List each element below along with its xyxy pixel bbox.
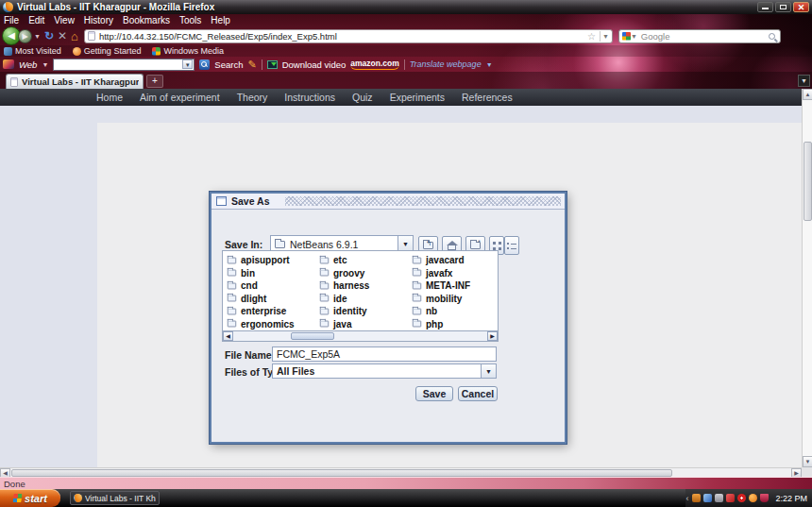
network-monitors-icon[interactable] — [703, 494, 712, 502]
save-button[interactable]: Save — [415, 386, 453, 401]
search-magnifier-icon[interactable] — [769, 33, 775, 40]
bookmark-getting-started[interactable]: Getting Started — [73, 46, 142, 56]
folder-icon — [413, 282, 421, 289]
toolbar-search-input[interactable]: ▼ — [53, 59, 195, 71]
engine-dropdown-icon[interactable]: ▼ — [631, 33, 637, 40]
details-view-button[interactable] — [504, 236, 519, 255]
nav-references[interactable]: References — [462, 92, 513, 103]
red-marker-icon[interactable] — [726, 494, 735, 502]
forward-button[interactable]: ▶ — [18, 29, 32, 43]
menu-history[interactable]: History — [84, 15, 113, 25]
toolbar-logo-label[interactable]: Web — [19, 59, 37, 70]
bookmark-windows-media[interactable]: Windows Media — [152, 46, 224, 56]
folder-list-scrollbar[interactable]: ◀ ▶ — [223, 330, 498, 341]
nav-theory[interactable]: Theory — [237, 92, 268, 103]
search-bar[interactable]: ▼ Google — [618, 29, 781, 43]
toolbar-search-label[interactable]: Search — [214, 59, 243, 70]
menu-file[interactable]: File — [4, 15, 19, 25]
list-scroll-left-icon[interactable]: ◀ — [223, 331, 233, 341]
folder-item[interactable]: enterprise — [227, 305, 319, 318]
folder-icon — [228, 296, 236, 302]
reload-icon[interactable]: ↻ — [44, 29, 54, 42]
horizontal-scrollbar[interactable]: ◀ ▶ — [0, 467, 802, 477]
folder-item[interactable]: dlight — [227, 293, 319, 306]
vertical-scroll-thumb[interactable] — [804, 142, 812, 221]
menu-bookmarks[interactable]: Bookmarks — [123, 15, 170, 25]
dialog-title-bar[interactable]: Save As — [211, 194, 565, 210]
folder-item[interactable]: identity — [319, 305, 412, 318]
taskbar-task-firefox[interactable]: Virtual Labs - IIT Khar... — [70, 491, 160, 505]
google-icon — [622, 32, 631, 41]
folder-item[interactable]: bin — [227, 267, 319, 280]
restore-button[interactable] — [775, 2, 791, 12]
nav-experiments[interactable]: Experiments — [390, 92, 445, 103]
red-badge-icon[interactable] — [737, 494, 746, 502]
folder-item[interactable]: groovy — [319, 267, 412, 280]
stop-icon[interactable]: ✕ — [58, 29, 67, 42]
chevron-left-icon[interactable]: ‹ — [685, 494, 688, 503]
bookmark-star-icon[interactable]: ☆ — [587, 31, 596, 42]
menu-tools[interactable]: Tools — [179, 15, 201, 25]
folder-item[interactable]: etc — [319, 254, 412, 267]
gray-app-icon[interactable] — [715, 494, 723, 502]
folder-item[interactable]: php — [412, 318, 495, 331]
start-button[interactable]: start — [0, 489, 60, 507]
navigation-toolbar: ◀ ▶ ▼ ↻ ✕ ⌂ http://10.44.32.150/FCMC_Rel… — [0, 26, 812, 45]
search-engine-label[interactable]: Google — [641, 31, 769, 42]
toolbar-search-icon[interactable] — [199, 59, 210, 70]
combo-dropdown-icon[interactable]: ▼ — [182, 59, 193, 69]
bookmark-most-visited[interactable]: Most Visited — [4, 46, 61, 56]
list-scroll-thumb[interactable] — [291, 332, 334, 340]
list-all-tabs-icon[interactable]: ▼ — [798, 75, 810, 87]
home-icon[interactable]: ⌂ — [71, 29, 78, 43]
nav-aim[interactable]: Aim of experiment — [140, 92, 220, 103]
highlighter-icon[interactable]: ✎ — [247, 59, 256, 71]
scroll-down-icon[interactable]: ▼ — [803, 456, 812, 467]
folder-item[interactable]: cnd — [227, 279, 319, 293]
files-of-type-combobox[interactable]: All Files ▼ — [272, 363, 497, 379]
file-name-input[interactable]: FCMC_Exp5A — [272, 346, 497, 362]
nav-home[interactable]: Home — [96, 92, 123, 103]
url-dropdown-icon[interactable]: ▼ — [602, 33, 609, 40]
scroll-up-icon[interactable]: ▲ — [803, 89, 812, 100]
nav-quiz[interactable]: Quiz — [352, 92, 373, 103]
download-video-icon[interactable] — [267, 60, 278, 69]
menu-edit[interactable]: Edit — [28, 15, 44, 25]
orange-circle-icon[interactable] — [749, 494, 757, 502]
folder-list[interactable]: apisupport bin cnd dlight enterprise erg… — [222, 250, 499, 342]
menu-help[interactable]: Help — [211, 15, 230, 25]
folder-item[interactable]: ide — [319, 293, 412, 306]
tab-active[interactable]: Virtual Labs - IIT Kharagpur — [6, 74, 144, 89]
vertical-scrollbar[interactable]: ▲ ▼ — [802, 89, 812, 467]
orange-app-icon[interactable] — [692, 494, 701, 502]
menu-view[interactable]: View — [54, 15, 75, 25]
files-of-type-dropdown-icon[interactable]: ▼ — [481, 364, 496, 378]
folder-item[interactable]: harness — [319, 279, 412, 293]
nav-instructions[interactable]: Instructions — [284, 92, 335, 103]
history-dropdown-icon[interactable]: ▼ — [34, 33, 41, 40]
list-scroll-right-icon[interactable]: ▶ — [487, 331, 498, 341]
cancel-button[interactable]: Cancel — [458, 386, 498, 401]
red-shield-icon[interactable] — [760, 494, 769, 502]
amazon-logo[interactable]: amazon.com — [350, 59, 399, 70]
folder-item[interactable]: META-INF — [412, 279, 495, 293]
logo-dropdown-icon[interactable]: ▼ — [42, 61, 48, 68]
translate-label[interactable]: Translate webpage — [410, 59, 482, 69]
folder-item[interactable]: javafx — [412, 267, 495, 280]
folder-item[interactable]: javacard — [412, 254, 495, 267]
address-bar[interactable]: http://10.44.32.150/FCMC_Released/Exp5/i… — [84, 29, 613, 43]
folder-item[interactable]: mobility — [412, 293, 495, 306]
folder-item[interactable]: ergonomics — [227, 318, 319, 331]
folder-item[interactable]: apisupport — [227, 254, 319, 267]
folder-item[interactable]: java — [319, 318, 412, 331]
toolbar-logo-icon[interactable] — [3, 59, 14, 69]
download-video-label[interactable]: Download video — [282, 59, 347, 70]
horizontal-scroll-thumb[interactable] — [11, 469, 672, 477]
minimize-button[interactable] — [757, 2, 773, 12]
close-button[interactable]: ✕ — [793, 2, 809, 12]
folder-item[interactable]: nb — [412, 305, 495, 318]
tab-strip: Virtual Labs - IIT Kharagpur + ▼ — [0, 72, 812, 89]
translate-dropdown-icon[interactable]: ▼ — [486, 61, 493, 68]
url-text[interactable]: http://10.44.32.150/FCMC_Released/Exp5/i… — [99, 31, 585, 42]
new-tab-button[interactable]: + — [146, 75, 163, 88]
